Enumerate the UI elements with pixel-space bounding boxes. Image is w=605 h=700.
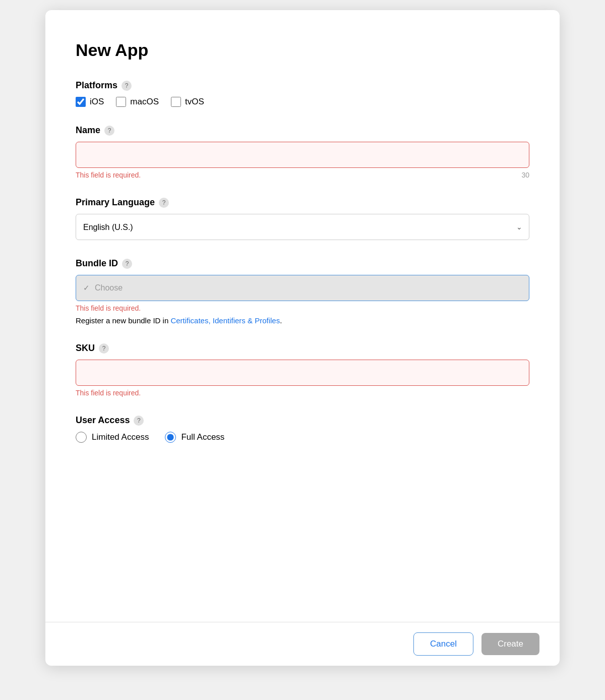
full-access-label: Full Access: [181, 432, 224, 442]
ios-label: iOS: [90, 97, 104, 107]
name-char-count: 30: [521, 171, 529, 179]
name-section: Name ? This field is required. 30: [76, 125, 529, 179]
sku-section: SKU ? This field is required.: [76, 343, 529, 397]
primary-language-label: Primary Language ?: [76, 197, 529, 208]
tvos-checkbox-item[interactable]: tvOS: [171, 97, 204, 107]
bundle-id-error: This field is required.: [76, 304, 529, 312]
bundle-id-placeholder: Choose: [95, 283, 522, 293]
user-access-radio-row: Limited Access Full Access: [76, 432, 529, 443]
platforms-help-icon[interactable]: ?: [122, 81, 132, 91]
primary-language-select-wrapper: English (U.S.) English (U.K.) French Ger…: [76, 214, 529, 240]
limited-access-label: Limited Access: [92, 432, 149, 442]
dialog-content: New App Platforms ? iOS macOS tvOS: [45, 10, 560, 622]
name-input[interactable]: [76, 142, 529, 168]
bundle-id-dropdown[interactable]: ✓ Choose: [76, 275, 529, 301]
certificates-link[interactable]: Certificates, Identifiers & Profiles: [170, 316, 280, 325]
sku-field-footer: This field is required.: [76, 389, 529, 397]
platforms-label: Platforms ?: [76, 80, 529, 91]
bundle-id-label: Bundle ID ?: [76, 258, 529, 269]
limited-access-radio[interactable]: [76, 432, 87, 443]
new-app-dialog: New App Platforms ? iOS macOS tvOS: [45, 10, 560, 666]
bundle-id-below: This field is required. Register a new b…: [76, 304, 529, 325]
platforms-section: Platforms ? iOS macOS tvOS: [76, 80, 529, 107]
name-label: Name ?: [76, 125, 529, 136]
tvos-checkbox[interactable]: [171, 97, 181, 107]
name-field-footer: This field is required. 30: [76, 171, 529, 179]
full-access-radio-item[interactable]: Full Access: [165, 432, 224, 443]
sku-error: This field is required.: [76, 389, 141, 397]
macos-checkbox[interactable]: [116, 97, 126, 107]
platforms-row: iOS macOS tvOS: [76, 97, 529, 107]
name-help-icon[interactable]: ?: [104, 126, 114, 136]
cancel-button[interactable]: Cancel: [413, 632, 473, 656]
page-title: New App: [76, 40, 529, 60]
name-error: This field is required.: [76, 171, 141, 179]
bundle-id-section: Bundle ID ? ✓ Choose This field is requi…: [76, 258, 529, 325]
sku-input[interactable]: [76, 360, 529, 386]
create-button[interactable]: Create: [481, 633, 539, 655]
sku-label: SKU ?: [76, 343, 529, 354]
macos-label: macOS: [130, 97, 159, 107]
primary-language-help-icon[interactable]: ?: [159, 198, 169, 208]
macos-checkbox-item[interactable]: macOS: [116, 97, 159, 107]
checkmark-icon: ✓: [83, 283, 90, 293]
sku-help-icon[interactable]: ?: [99, 343, 109, 354]
register-link-row: Register a new bundle ID in Certificates…: [76, 316, 529, 325]
ios-checkbox[interactable]: [76, 97, 86, 107]
ios-checkbox-item[interactable]: iOS: [76, 97, 104, 107]
user-access-section: User Access ? Limited Access Full Access: [76, 415, 529, 443]
tvos-label: tvOS: [185, 97, 204, 107]
dialog-footer: Cancel Create: [45, 622, 560, 666]
primary-language-section: Primary Language ? English (U.S.) Englis…: [76, 197, 529, 240]
user-access-label: User Access ?: [76, 415, 529, 426]
bundle-id-help-icon[interactable]: ?: [122, 259, 132, 269]
full-access-radio[interactable]: [165, 432, 176, 443]
user-access-help-icon[interactable]: ?: [134, 416, 144, 426]
limited-access-radio-item[interactable]: Limited Access: [76, 432, 149, 443]
primary-language-select[interactable]: English (U.S.) English (U.K.) French Ger…: [76, 214, 529, 240]
